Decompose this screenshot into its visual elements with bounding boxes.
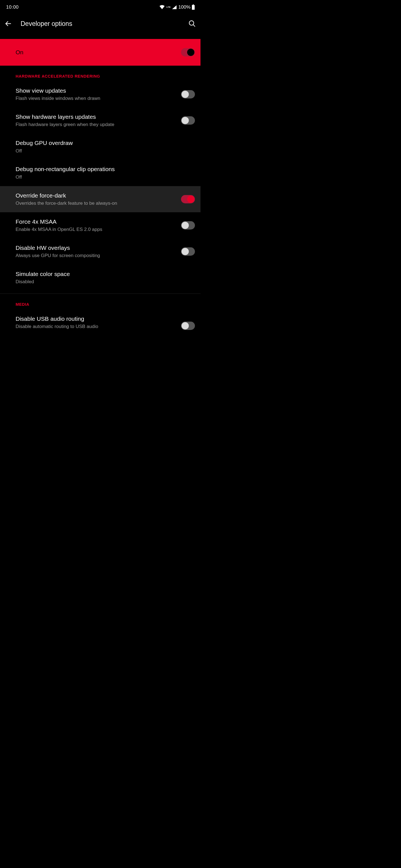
item-show-view-updates[interactable]: Show view updates Flash views inside win… bbox=[0, 81, 200, 107]
section-header-media: MEDIA bbox=[0, 294, 200, 309]
item-subtitle: Flash views inside windows when drawn bbox=[16, 95, 176, 102]
item-subtitle: Overrides the force-dark feature to be a… bbox=[16, 200, 176, 207]
data-arrows-icon: LTE bbox=[167, 6, 171, 8]
status-bar: 10:00 LTE 100% bbox=[0, 0, 200, 13]
item-override-force-dark[interactable]: Override force-dark Overrides the force-… bbox=[0, 186, 200, 212]
item-title: Debug GPU overdraw bbox=[16, 139, 195, 147]
item-force-4x-msaa[interactable]: Force 4x MSAA Enable 4x MSAA in OpenGL E… bbox=[0, 212, 200, 239]
section-header-hardware: HARDWARE ACCELERATED RENDERING bbox=[0, 66, 200, 81]
item-subtitle: Always use GPU for screen compositing bbox=[16, 252, 176, 259]
back-button[interactable] bbox=[4, 20, 17, 28]
battery-icon bbox=[192, 4, 195, 10]
app-header: Developer options bbox=[0, 13, 200, 34]
item-subtitle: Enable 4x MSAA in OpenGL ES 2.0 apps bbox=[16, 226, 176, 233]
master-toggle-switch[interactable] bbox=[181, 48, 195, 57]
item-subtitle: Flash hardware layers green when they up… bbox=[16, 121, 176, 128]
status-right: LTE 100% bbox=[159, 4, 195, 10]
toggle-switch[interactable] bbox=[181, 90, 195, 98]
status-time: 10:00 bbox=[6, 4, 19, 10]
item-subtitle: Off bbox=[16, 148, 195, 154]
toggle-switch[interactable] bbox=[181, 321, 195, 330]
toggle-switch[interactable] bbox=[181, 116, 195, 125]
item-title: Simulate color space bbox=[16, 270, 195, 278]
search-button[interactable] bbox=[184, 20, 196, 28]
wifi-icon bbox=[159, 5, 165, 9]
toggle-switch[interactable] bbox=[181, 221, 195, 229]
item-title: Show view updates bbox=[16, 87, 176, 95]
battery-percent: 100% bbox=[178, 4, 191, 10]
svg-rect-0 bbox=[192, 5, 195, 10]
svg-line-4 bbox=[193, 25, 195, 27]
item-subtitle: Off bbox=[16, 174, 195, 181]
item-disable-hw-overlays[interactable]: Disable HW overlays Always use GPU for s… bbox=[0, 239, 200, 265]
toggle-switch[interactable] bbox=[181, 247, 195, 256]
item-title: Show hardware layers updates bbox=[16, 113, 176, 121]
item-debug-gpu-overdraw[interactable]: Debug GPU overdraw Off bbox=[0, 133, 200, 160]
item-simulate-color-space[interactable]: Simulate color space Disabled bbox=[0, 265, 200, 291]
page-title: Developer options bbox=[21, 20, 184, 28]
item-title: Override force-dark bbox=[16, 192, 176, 199]
svg-rect-1 bbox=[193, 4, 194, 5]
item-disable-usb-audio-routing[interactable]: Disable USB audio routing Disable automa… bbox=[0, 309, 200, 330]
item-title: Force 4x MSAA bbox=[16, 218, 176, 226]
svg-point-3 bbox=[189, 21, 194, 25]
cell-signal-icon bbox=[172, 5, 177, 9]
item-title: Debug non-rectangular clip operations bbox=[16, 165, 195, 173]
item-debug-non-rect-clip[interactable]: Debug non-rectangular clip operations Of… bbox=[0, 160, 200, 186]
item-title: Disable USB audio routing bbox=[16, 315, 176, 323]
item-show-hardware-layers-updates[interactable]: Show hardware layers updates Flash hardw… bbox=[0, 107, 200, 133]
item-subtitle: Disable automatic routing to USB audio bbox=[16, 323, 176, 330]
master-toggle-row[interactable]: On bbox=[0, 39, 200, 66]
item-title: Disable HW overlays bbox=[16, 244, 176, 252]
toggle-switch[interactable] bbox=[181, 195, 195, 204]
master-toggle-label: On bbox=[16, 49, 23, 56]
item-subtitle: Disabled bbox=[16, 278, 195, 285]
